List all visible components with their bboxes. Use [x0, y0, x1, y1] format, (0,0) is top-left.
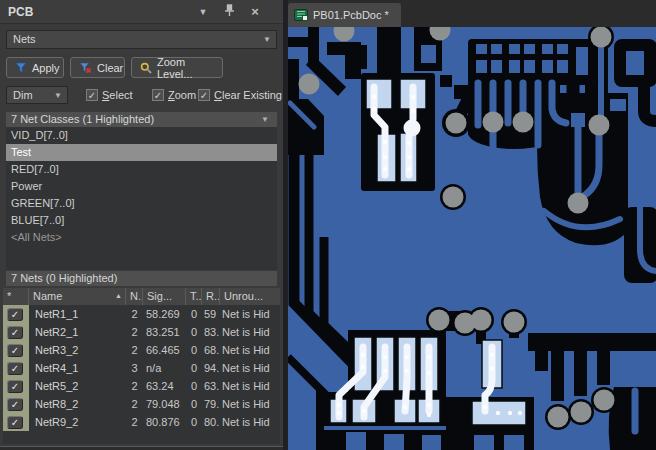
panel-title: PCB — [8, 5, 33, 19]
table-row[interactable]: ✓ NetR8_2 2 79.048 0 79. Net is Hid — [3, 395, 280, 413]
table-row[interactable]: ✓ NetR2_1 2 83.251 0 83. Net is Hid — [3, 323, 280, 341]
document-tab-label: PB01.PcbDoc * — [313, 9, 389, 21]
net-class-item[interactable]: VID_D[7..0] — [6, 127, 277, 144]
column-header-name-label: Name — [33, 290, 62, 302]
pcb-editor-canvas[interactable] — [288, 27, 656, 450]
pin-icon[interactable] — [221, 4, 237, 18]
checkbox-check-icon: ✓ — [152, 89, 164, 101]
row-checkbox[interactable]: ✓ — [7, 416, 23, 429]
apply-button[interactable]: Apply — [6, 57, 64, 78]
nets-table-header: * Name▲ N.. Sig... T... R... Unrou... — [3, 288, 280, 305]
net-class-item[interactable]: GREEN[7..0] — [6, 195, 277, 212]
document-tab[interactable]: PB01.PcbDoc * — [288, 3, 401, 27]
nets-header[interactable]: 7 Nets (0 Highlighted) — [6, 271, 277, 286]
column-header-name[interactable]: Name▲ — [29, 288, 126, 305]
checkbox-check-icon: ✓ — [198, 89, 210, 101]
chevron-down-icon: ▼ — [263, 31, 271, 48]
row-checkbox[interactable]: ✓ — [7, 398, 23, 411]
document-tabbar: PB01.PcbDoc * — [288, 0, 656, 27]
column-header-star[interactable]: * — [3, 288, 29, 305]
clear-existing-checkbox-label: Clear Existing — [214, 89, 282, 101]
net-class-item[interactable]: RED[7..0] — [6, 161, 277, 178]
chevron-down-icon: ▼ — [261, 112, 269, 127]
net-class-item[interactable]: BLUE[7..0] — [6, 212, 277, 229]
magnifier-icon — [140, 62, 152, 74]
table-row[interactable]: ✓ NetR3_2 2 66.465 0 68. Net is Hid — [3, 341, 280, 359]
clear-funnel-icon — [79, 62, 92, 74]
chevron-down-icon: ▼ — [54, 87, 62, 104]
zoom-level-button-label: Zoom Level... — [157, 56, 214, 80]
net-classes-header[interactable]: 7 Net Classes (1 Highlighted) ▼ — [6, 112, 277, 127]
row-checkbox[interactable]: ✓ — [7, 326, 23, 339]
close-icon[interactable]: × — [247, 5, 263, 19]
sort-ascending-icon: ▲ — [115, 288, 122, 304]
column-header-unrouted[interactable]: Unrou... — [220, 288, 280, 305]
clear-button-label: Clear — [97, 62, 123, 74]
clear-existing-checkbox[interactable]: ✓ Clear Existing — [198, 87, 282, 103]
pcb-panel: PCB ▼ × Nets ▼ Apply Clear Zoom Level...… — [0, 0, 283, 450]
net-class-item-selected[interactable]: Test — [6, 144, 277, 161]
column-header-t[interactable]: T... — [186, 288, 202, 305]
checkbox-check-icon: ✓ — [86, 89, 98, 101]
column-header-r[interactable]: R... — [202, 288, 220, 305]
table-row[interactable]: ✓ NetR5_2 2 63.24 0 63. Net is Hid — [3, 377, 280, 395]
nets-table: * Name▲ N.. Sig... T... R... Unrou... ✓ … — [3, 288, 280, 444]
apply-button-label: Apply — [32, 62, 60, 74]
row-checkbox[interactable]: ✓ — [7, 380, 23, 393]
zoom-checkbox-label: Zoom — [168, 89, 196, 101]
table-row[interactable]: ✓ NetR9_2 2 80.876 0 80. Net is Hid — [3, 413, 280, 431]
panel-menu-dropdown-icon[interactable]: ▼ — [195, 5, 211, 19]
table-row[interactable]: ✓ NetR1_1 2 58.269 0 59 Net is Hid — [3, 305, 280, 323]
net-classes-list: VID_D[7..0] Test RED[7..0] Power GREEN[7… — [6, 127, 277, 270]
dim-value: Dim — [13, 89, 33, 101]
net-classes-header-label: 7 Net Classes (1 Highlighted) — [11, 113, 154, 125]
table-row[interactable]: ✓ NetR4_1 3 n/a 0 94. Net is Hid — [3, 359, 280, 377]
net-class-item-all-nets[interactable]: <All Nets> — [6, 229, 277, 246]
panel-titlebar: PCB ▼ × — [0, 0, 283, 24]
panel-section-divider[interactable] — [0, 446, 283, 450]
select-checkbox-label: Select — [102, 89, 133, 101]
apply-funnel-icon — [15, 62, 27, 74]
highlighted-via — [404, 120, 421, 137]
nets-header-label: 7 Nets (0 Highlighted) — [11, 272, 117, 284]
zoom-checkbox[interactable]: ✓ Zoom — [152, 87, 196, 103]
dim-select[interactable]: Dim ▼ — [6, 86, 68, 104]
column-header-signal[interactable]: Sig... — [143, 288, 186, 305]
select-checkbox[interactable]: ✓ Select — [86, 87, 133, 103]
column-header-nodes[interactable]: N.. — [126, 288, 143, 305]
zoom-level-button[interactable]: Zoom Level... — [131, 57, 223, 78]
panel-mode-value: Nets — [13, 33, 36, 45]
pcb-document-icon — [294, 9, 308, 21]
panel-mode-select[interactable]: Nets ▼ — [6, 30, 277, 49]
net-class-item[interactable]: Power — [6, 178, 277, 195]
row-checkbox[interactable]: ✓ — [7, 362, 23, 375]
clear-button[interactable]: Clear — [70, 57, 125, 78]
row-checkbox[interactable]: ✓ — [7, 344, 23, 357]
row-checkbox[interactable]: ✓ — [7, 308, 23, 321]
